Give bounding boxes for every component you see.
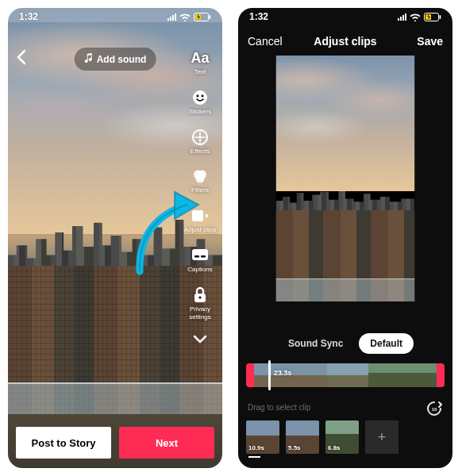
- tool-filters[interactable]: Filters: [183, 166, 218, 194]
- wifi-icon: [410, 13, 421, 21]
- top-nav: Cancel Adjust clips Save: [238, 35, 452, 48]
- wifi-icon: [179, 13, 191, 21]
- status-time: 1:32: [249, 11, 268, 22]
- filters-icon: [190, 166, 210, 186]
- video-preview[interactable]: [276, 56, 415, 301]
- tool-text-label: Text: [194, 69, 206, 76]
- tool-captions[interactable]: Captions: [183, 245, 218, 274]
- captions-icon: [190, 245, 210, 266]
- status-bar: 1:32: [8, 8, 222, 25]
- side-toolbar: Aa Text Stickers Effects Filters Adjus: [183, 48, 218, 347]
- adjust-clips-screen: 1:32 Cancel Adjust clips Save Sound Sync…: [238, 8, 452, 468]
- editor-screen: 1:32 Add sound Aa Text Stickers: [8, 8, 222, 468]
- tool-adjust-clips[interactable]: Adjust clips: [183, 205, 218, 234]
- clip-time: 10.9s: [248, 444, 264, 451]
- preview-sky: [276, 56, 415, 191]
- status-time: 1:32: [19, 11, 38, 22]
- preview-skyline: [276, 191, 415, 211]
- effects-icon: [190, 127, 210, 148]
- svg-rect-13: [201, 255, 206, 258]
- drag-hint: Drag to select clip: [248, 403, 310, 412]
- playhead-icon[interactable]: [268, 360, 271, 390]
- timeline[interactable]: 23.3s: [246, 363, 445, 387]
- tool-effects-label: Effects: [191, 148, 210, 155]
- next-button[interactable]: Next: [119, 427, 214, 459]
- timeline-total-label: 23.3s: [274, 369, 292, 377]
- svg-point-5: [202, 94, 204, 97]
- svg-rect-18: [440, 15, 441, 19]
- default-tab[interactable]: Default: [359, 333, 414, 354]
- add-sound-button[interactable]: Add sound: [75, 48, 156, 71]
- timeline-segment[interactable]: [327, 363, 368, 387]
- stickers-icon: [190, 87, 210, 108]
- bottom-bar: Post to Story Next: [16, 427, 214, 459]
- back-button[interactable]: [16, 49, 27, 68]
- battery-icon: [194, 13, 211, 21]
- battery-icon: [424, 13, 441, 21]
- post-to-story-button[interactable]: Post to Story: [16, 427, 111, 459]
- tool-privacy-label2: settings: [189, 314, 211, 321]
- clip-thumb[interactable]: 6.8s: [325, 420, 359, 454]
- more-tools-button[interactable]: [193, 333, 207, 347]
- save-button[interactable]: Save: [417, 35, 443, 48]
- tool-effects[interactable]: Effects: [183, 127, 218, 155]
- status-right: [167, 13, 211, 21]
- svg-rect-2: [210, 15, 211, 19]
- tool-adjust-label: Adjust clips: [184, 227, 216, 234]
- mode-selector: Sound Sync Default: [238, 333, 452, 354]
- svg-point-4: [197, 94, 199, 97]
- sound-sync-tab[interactable]: Sound Sync: [277, 333, 354, 354]
- clip-time: 5.5s: [288, 444, 301, 451]
- clip-thumb[interactable]: 5.5s: [286, 420, 319, 454]
- svg-point-15: [198, 296, 201, 298]
- tool-privacy-label1: Privacy: [190, 306, 210, 313]
- plus-icon: +: [378, 429, 387, 446]
- status-bar: 1:32: [238, 8, 452, 25]
- svg-rect-12: [194, 255, 199, 258]
- svg-point-9: [196, 175, 205, 183]
- svg-rect-10: [192, 210, 203, 221]
- cancel-button[interactable]: Cancel: [248, 35, 283, 48]
- trim-handle-left-icon[interactable]: [246, 363, 254, 387]
- text-icon: Aa: [190, 48, 210, 68]
- tool-text[interactable]: Aa Text: [183, 48, 218, 76]
- tool-stickers-label: Stickers: [189, 109, 211, 116]
- svg-rect-11: [192, 249, 208, 260]
- trim-handle-right-icon[interactable]: [437, 363, 445, 387]
- svg-text:10: 10: [432, 407, 437, 412]
- music-note-icon: [84, 53, 93, 65]
- preview-city: [276, 210, 415, 301]
- timeline-segment[interactable]: [368, 363, 437, 387]
- tool-filters-label: Filters: [191, 187, 209, 194]
- balcony-rail: [8, 382, 222, 414]
- clip-row: 10.9s 5.5s 6.8s +: [246, 420, 445, 454]
- svg-point-3: [193, 90, 207, 105]
- clip-time: 6.8s: [328, 444, 341, 451]
- tool-privacy[interactable]: Privacy settings: [183, 285, 218, 321]
- signal-icon: [167, 13, 176, 21]
- add-clip-button[interactable]: +: [365, 420, 398, 454]
- signal-icon: [398, 13, 406, 21]
- clip-thumb[interactable]: 10.9s: [246, 420, 279, 454]
- status-right: [398, 13, 441, 21]
- add-sound-label: Add sound: [97, 54, 147, 65]
- tool-stickers[interactable]: Stickers: [183, 87, 218, 116]
- privacy-icon: [190, 285, 210, 305]
- restart-button[interactable]: 10: [425, 400, 443, 420]
- tool-captions-label: Captions: [187, 267, 213, 274]
- adjust-clips-icon: [190, 205, 210, 226]
